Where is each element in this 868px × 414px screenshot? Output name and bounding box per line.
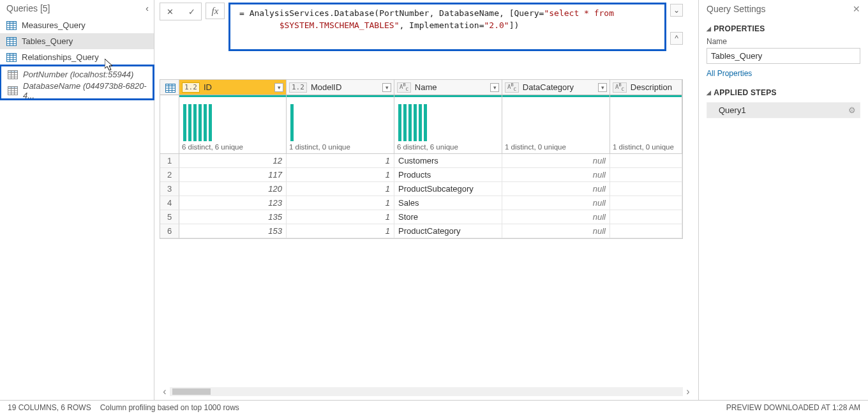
scroll-right-icon[interactable]: ›	[683, 386, 693, 397]
table-cell[interactable]: Sales	[394, 196, 502, 210]
editor-area: ✕ ✓ fx = AnalysisServices.Database(PortN…	[154, 0, 698, 400]
table-cell[interactable]: null	[502, 210, 610, 224]
column-distribution: 6 distinct, 6 unique	[179, 95, 287, 153]
datatype-text-icon: ABC	[400, 82, 408, 92]
formula-dropdown-icon[interactable]: ⌄	[670, 4, 683, 17]
parameter-icon	[8, 86, 18, 95]
column-filter-dropdown-icon[interactable]: ▾	[598, 83, 607, 92]
table-cell[interactable]	[610, 224, 682, 238]
distinct-stat: 6 distinct, 6 unique	[397, 141, 499, 151]
horizontal-scrollbar[interactable]: ‹ ›	[160, 386, 693, 397]
column-distribution: 6 distinct, 6 unique	[394, 95, 502, 153]
applied-steps-section-header[interactable]: ◢ APPLIED STEPS	[707, 88, 860, 97]
table-cell[interactable]: null	[502, 182, 610, 196]
query-item[interactable]: PortNumber (localhost:55944)	[1, 66, 153, 82]
table-cell[interactable]: 1	[287, 196, 394, 210]
table-cell[interactable]: 1	[287, 210, 394, 224]
table-row[interactable]: 31201ProductSubcategorynull	[160, 182, 682, 196]
table-cell[interactable]: 120	[179, 182, 287, 196]
datatype-number-icon: 1.2	[292, 83, 304, 91]
gear-icon[interactable]: ⚙	[848, 105, 856, 115]
column-header[interactable]: 1.2ModelID▾	[287, 80, 394, 95]
column-header[interactable]: 1.2ID▾	[179, 80, 287, 95]
name-field-label: Name	[707, 37, 860, 46]
table-cell[interactable]: 135	[179, 210, 287, 224]
svg-rect-19	[8, 70, 18, 72]
query-item[interactable]: Measures_Query	[0, 17, 154, 33]
all-properties-link[interactable]: All Properties	[707, 69, 860, 78]
table-cell[interactable]	[610, 168, 682, 182]
query-item-label: Measures_Query	[22, 20, 86, 30]
table-icon	[165, 84, 174, 91]
row-index-cell: 3	[160, 182, 179, 196]
column-header[interactable]: ABCName▾	[394, 80, 502, 95]
table-cell[interactable]	[610, 196, 682, 210]
queries-panel: Queries [5] ‹ Measures_QueryTables_Query…	[0, 0, 154, 400]
table-cell[interactable]: 123	[179, 196, 287, 210]
table-cell[interactable]: 12	[179, 154, 287, 168]
formula-input[interactable]: = AnalysisServices.Database(PortNumber, …	[228, 3, 666, 51]
table-cell[interactable]: Customers	[394, 154, 502, 168]
column-name: Name	[415, 82, 437, 92]
table-cell[interactable]	[610, 182, 682, 196]
accept-formula-button[interactable]: ✓	[182, 4, 201, 19]
table-row[interactable]: 41231Salesnull	[160, 196, 682, 210]
properties-section-header[interactable]: ◢ PROPERTIES	[707, 24, 860, 33]
table-cell[interactable]: 1	[287, 224, 394, 238]
column-filter-dropdown-icon[interactable]: ▾	[274, 83, 283, 92]
datatype-text-icon: ABC	[507, 82, 516, 92]
table-cell[interactable]: 1	[287, 182, 394, 196]
status-rowcount: 19 COLUMNS, 6 ROWS	[8, 403, 91, 412]
table-cell[interactable]: null	[502, 224, 610, 238]
table-cell[interactable]: 117	[179, 168, 287, 182]
collapse-queries-icon[interactable]: ‹	[146, 3, 149, 13]
queries-title: Queries [5]	[6, 3, 50, 13]
table-cell[interactable]	[610, 154, 682, 168]
table-cell[interactable]: Products	[394, 168, 502, 182]
table-cell[interactable]	[610, 210, 682, 224]
query-item[interactable]: Tables_Query	[0, 33, 154, 49]
table-cell[interactable]: null	[502, 154, 610, 168]
query-item[interactable]: Relationships_Query	[0, 49, 154, 65]
column-filter-dropdown-icon[interactable]: ▾	[490, 83, 499, 92]
scroll-left-icon[interactable]: ‹	[160, 386, 170, 397]
query-name-input[interactable]	[707, 48, 860, 64]
column-header[interactable]: ABCDescription	[610, 80, 682, 95]
datatype-text-icon: ABC	[615, 82, 624, 92]
query-item[interactable]: DatabaseName (044973b8-6820-4...	[1, 82, 153, 98]
table-cell[interactable]: null	[502, 196, 610, 210]
status-profiling: Column profiling based on top 1000 rows	[100, 403, 239, 412]
query-item-label: Relationships_Query	[22, 52, 99, 62]
query-settings-panel: Query Settings ✕ ◢ PROPERTIES Name All P…	[698, 0, 868, 400]
column-header[interactable]: ABCDataCategory▾	[502, 80, 610, 95]
row-index-cell: 6	[160, 224, 179, 238]
table-cell[interactable]: null	[502, 168, 610, 182]
table-row[interactable]: 51351Storenull	[160, 210, 682, 224]
table-icon	[6, 53, 17, 62]
table-icon	[6, 21, 17, 30]
formula-expand-icon[interactable]: ^	[670, 32, 683, 45]
distinct-stat: 1 distinct, 0 unique	[505, 141, 607, 151]
table-cell[interactable]: Store	[394, 210, 502, 224]
column-filter-dropdown-icon[interactable]: ▾	[382, 83, 391, 92]
table-row[interactable]: 61531ProductCategorynull	[160, 224, 682, 238]
applied-step[interactable]: Query1⚙	[707, 103, 860, 118]
column-distribution: 1 distinct, 0 unique	[287, 95, 394, 153]
cancel-formula-button[interactable]: ✕	[160, 4, 179, 19]
svg-rect-25	[8, 86, 18, 88]
scroll-track[interactable]	[170, 387, 683, 396]
row-index-header[interactable]	[160, 80, 179, 95]
fx-button[interactable]: fx	[206, 3, 225, 19]
table-cell[interactable]: 153	[179, 224, 287, 238]
table-row[interactable]: 1121Customersnull	[160, 154, 682, 168]
table-cell[interactable]: ProductSubcategory	[394, 182, 502, 196]
table-icon	[6, 37, 17, 46]
table-cell[interactable]: ProductCategory	[394, 224, 502, 238]
close-settings-icon[interactable]: ✕	[853, 4, 860, 14]
table-cell[interactable]: 1	[287, 154, 394, 168]
table-cell[interactable]: 1	[287, 168, 394, 182]
scroll-thumb[interactable]	[172, 388, 211, 395]
status-bar: 19 COLUMNS, 6 ROWS Column profiling base…	[0, 400, 868, 414]
distinct-stat: 1 distinct, 0 unique	[613, 141, 679, 151]
table-row[interactable]: 21171Productsnull	[160, 168, 682, 182]
